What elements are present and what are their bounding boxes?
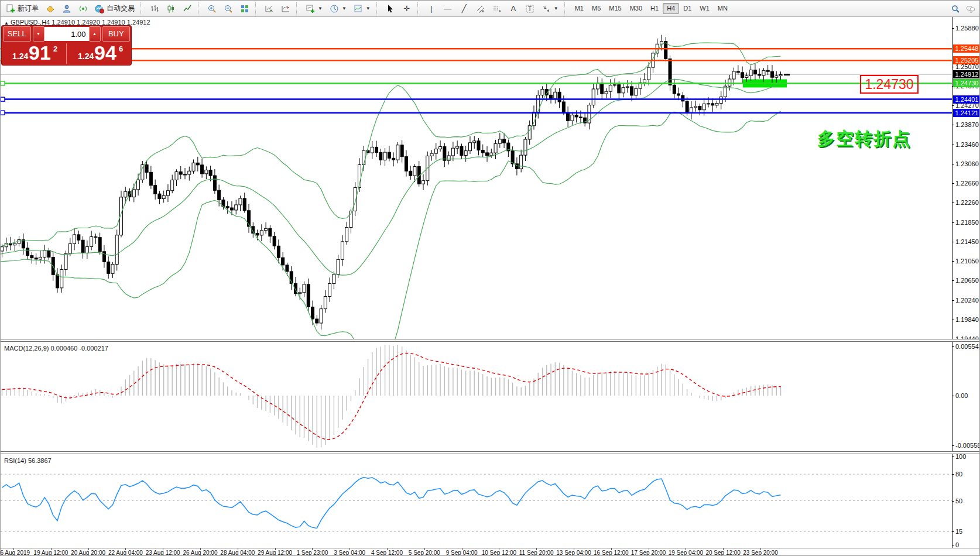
timeframe-m15[interactable]: M15 (605, 3, 625, 14)
community-button[interactable] (59, 3, 74, 15)
rsi-tick-label: 15 (955, 528, 962, 535)
text-icon: A (509, 4, 518, 13)
clock-icon (330, 4, 339, 13)
time-axis-label: 4 Sep 12:00 (371, 550, 403, 556)
new-chart-dropdown[interactable]: ▼ (303, 3, 325, 15)
trendline-tool[interactable]: ╱ (457, 3, 472, 15)
chart-window[interactable]: ▲ GBPUSD-,H4 1.24910 1.24920 1.24910 1.2… (1, 17, 980, 556)
crosshair-tool[interactable]: ✛ (399, 3, 414, 15)
channel-icon: E (476, 4, 485, 13)
chinese-note-text[interactable]: 多空转折点 (817, 127, 911, 151)
time-axis-label: 13 Sep 04:00 (556, 550, 591, 556)
vline-tool[interactable]: | (424, 3, 439, 15)
time-axis[interactable]: 16 Aug 201919 Aug 12:0020 Aug 20:0022 Au… (1, 548, 980, 556)
price-tick-mark (952, 28, 954, 29)
current-price-tag: 1.24912 (953, 70, 980, 78)
symbol-ohlc-label[interactable]: ▲ GBPUSD-,H4 1.24910 1.24920 1.24910 1.2… (4, 19, 150, 26)
panel-separator[interactable] (1, 339, 980, 342)
hline-tool[interactable]: — (440, 3, 455, 15)
new-order-label: 新订单 (18, 4, 39, 13)
timeframe-m1[interactable]: M1 (571, 3, 588, 14)
main-price-plot[interactable] (1, 17, 952, 339)
text-tool[interactable]: A (506, 3, 521, 15)
timeframe-m5[interactable]: M5 (588, 3, 605, 14)
price-tick-mark (952, 183, 954, 184)
trendline-icon: ╱ (460, 4, 469, 13)
price-line-tag: 1.25205 (953, 56, 980, 64)
sell-price[interactable]: 1.24 91 2 (2, 42, 65, 65)
volume-increase-button[interactable]: ▲ (89, 26, 101, 42)
volume-decrease-button[interactable]: ▼ (33, 26, 44, 42)
sell-button[interactable]: SELL (3, 26, 31, 42)
time-axis-tick (574, 548, 574, 550)
macd-plot[interactable] (1, 342, 952, 451)
timeframe-d1[interactable]: D1 (679, 3, 695, 14)
price-tick-mark (952, 164, 954, 164)
toolbar-separator (141, 2, 144, 15)
tile-windows-button[interactable] (237, 3, 252, 15)
autotrading-button[interactable]: 自动交易 (92, 3, 138, 15)
panel-separator[interactable] (1, 451, 980, 454)
time-axis-tick (13, 548, 14, 550)
time-axis-tick (536, 548, 537, 550)
text-label-icon: T (525, 4, 534, 13)
collapse-icon[interactable]: ▲ (4, 20, 9, 26)
price-tick-mark (952, 67, 954, 67)
rsi-tick-label: 80 (955, 471, 962, 478)
level-annotation-box[interactable]: 1.24730 (860, 75, 919, 94)
time-axis-label: 20 Aug 20:00 (71, 550, 105, 556)
new-order-button[interactable]: 新订单 (3, 3, 42, 15)
channel-tool[interactable]: E (473, 3, 488, 15)
time-axis-tick (200, 548, 201, 550)
timeframe-mn[interactable]: MN (714, 3, 732, 14)
macd-tick-mark (952, 396, 954, 396)
fibonacci-tool[interactable]: F (489, 3, 505, 15)
price-tick-label: 1.20240 (955, 297, 979, 304)
one-click-trading-panel: SELL ▼ ▲ BUY 1.24 91 2 1.24 94 6 (2, 26, 131, 65)
buy-button[interactable]: BUY (102, 26, 131, 42)
price-tick-label: 1.22260 (955, 199, 979, 206)
time-axis-label: 5 Sep 20:00 (409, 550, 440, 556)
time-axis-tick (649, 548, 649, 550)
buy-price-prefix: 1.24 (78, 52, 94, 61)
mt4-window: 新订单 自动交易 (0, 0, 980, 556)
dropdown-caret: ▼ (318, 6, 323, 11)
candlestick-button[interactable] (163, 3, 179, 15)
price-tick-label: 1.23460 (955, 141, 979, 148)
auto-scroll-button[interactable] (262, 3, 277, 15)
svg-text:T: T (528, 6, 532, 12)
metaeditor-button[interactable] (43, 3, 58, 15)
arrows-dropdown[interactable]: ▼ (539, 3, 561, 15)
text-label-tool[interactable]: T (522, 3, 537, 15)
volume-input[interactable] (44, 27, 89, 41)
search-button[interactable] (948, 3, 963, 15)
price-tick-label: 1.23060 (955, 160, 979, 167)
time-axis-tick (275, 548, 276, 550)
zoom-out-icon (224, 4, 233, 13)
timeframe-h1[interactable]: H1 (646, 3, 663, 14)
cursor-tool[interactable] (383, 3, 398, 15)
buy-price[interactable]: 1.24 94 6 (67, 42, 131, 65)
sell-price-prefix: 1.24 (12, 52, 28, 61)
sell-price-sup: 2 (53, 44, 57, 53)
price-tick-mark (952, 300, 954, 301)
person-icon (62, 4, 71, 13)
timeframe-m30[interactable]: M30 (626, 3, 646, 14)
zoom-in-button[interactable] (204, 3, 220, 15)
toolbar: 新订单 自动交易 (1, 1, 980, 17)
rsi-tick-mark (952, 531, 954, 532)
line-chart-button[interactable] (180, 3, 195, 15)
indicators-dropdown[interactable]: ▼ (351, 3, 374, 15)
price-tick-label: 1.22660 (955, 180, 979, 187)
time-axis-tick (312, 548, 313, 550)
signals-button[interactable] (76, 3, 91, 15)
zoom-out-button[interactable] (221, 3, 236, 15)
autotrading-icon (95, 4, 104, 13)
timeframe-w1[interactable]: W1 (695, 3, 714, 14)
bar-chart-button[interactable] (147, 3, 162, 15)
chat-button[interactable] (963, 3, 978, 15)
chart-shift-button[interactable] (278, 3, 293, 15)
profiles-dropdown[interactable]: ▼ (327, 3, 349, 15)
rsi-plot[interactable] (1, 454, 952, 548)
timeframe-h4[interactable]: H4 (663, 3, 679, 14)
